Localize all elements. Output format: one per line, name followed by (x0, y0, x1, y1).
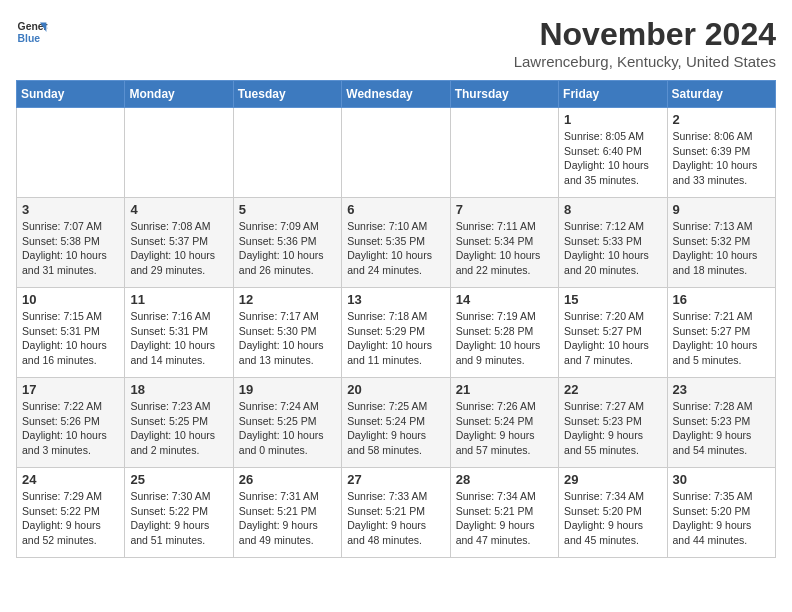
day-info: Sunrise: 7:34 AM Sunset: 5:20 PM Dayligh… (564, 489, 661, 548)
day-info: Sunrise: 7:33 AM Sunset: 5:21 PM Dayligh… (347, 489, 444, 548)
day-info: Sunrise: 7:17 AM Sunset: 5:30 PM Dayligh… (239, 309, 336, 368)
weekday-header: Sunday (17, 81, 125, 108)
weekday-header: Thursday (450, 81, 558, 108)
calendar-cell (450, 108, 558, 198)
calendar-cell: 15Sunrise: 7:20 AM Sunset: 5:27 PM Dayli… (559, 288, 667, 378)
day-info: Sunrise: 7:34 AM Sunset: 5:21 PM Dayligh… (456, 489, 553, 548)
day-number: 28 (456, 472, 553, 487)
calendar-week-row: 1Sunrise: 8:05 AM Sunset: 6:40 PM Daylig… (17, 108, 776, 198)
day-number: 12 (239, 292, 336, 307)
calendar-cell: 10Sunrise: 7:15 AM Sunset: 5:31 PM Dayli… (17, 288, 125, 378)
day-number: 10 (22, 292, 119, 307)
weekday-header-row: SundayMondayTuesdayWednesdayThursdayFrid… (17, 81, 776, 108)
day-number: 25 (130, 472, 227, 487)
day-number: 3 (22, 202, 119, 217)
day-info: Sunrise: 7:19 AM Sunset: 5:28 PM Dayligh… (456, 309, 553, 368)
day-info: Sunrise: 7:27 AM Sunset: 5:23 PM Dayligh… (564, 399, 661, 458)
day-info: Sunrise: 7:22 AM Sunset: 5:26 PM Dayligh… (22, 399, 119, 458)
day-info: Sunrise: 8:05 AM Sunset: 6:40 PM Dayligh… (564, 129, 661, 188)
calendar-cell: 29Sunrise: 7:34 AM Sunset: 5:20 PM Dayli… (559, 468, 667, 558)
day-number: 27 (347, 472, 444, 487)
calendar-cell: 24Sunrise: 7:29 AM Sunset: 5:22 PM Dayli… (17, 468, 125, 558)
month-title: November 2024 (514, 16, 776, 53)
day-number: 19 (239, 382, 336, 397)
logo-icon: General Blue (16, 16, 48, 48)
calendar-cell: 11Sunrise: 7:16 AM Sunset: 5:31 PM Dayli… (125, 288, 233, 378)
calendar-cell: 3Sunrise: 7:07 AM Sunset: 5:38 PM Daylig… (17, 198, 125, 288)
calendar-cell: 7Sunrise: 7:11 AM Sunset: 5:34 PM Daylig… (450, 198, 558, 288)
calendar-week-row: 10Sunrise: 7:15 AM Sunset: 5:31 PM Dayli… (17, 288, 776, 378)
day-info: Sunrise: 7:15 AM Sunset: 5:31 PM Dayligh… (22, 309, 119, 368)
calendar-cell: 23Sunrise: 7:28 AM Sunset: 5:23 PM Dayli… (667, 378, 775, 468)
day-info: Sunrise: 7:16 AM Sunset: 5:31 PM Dayligh… (130, 309, 227, 368)
page-header: General Blue November 2024 Lawrenceburg,… (16, 16, 776, 70)
location-subtitle: Lawrenceburg, Kentucky, United States (514, 53, 776, 70)
day-number: 17 (22, 382, 119, 397)
day-number: 24 (22, 472, 119, 487)
day-number: 14 (456, 292, 553, 307)
day-number: 23 (673, 382, 770, 397)
day-info: Sunrise: 7:10 AM Sunset: 5:35 PM Dayligh… (347, 219, 444, 278)
day-info: Sunrise: 7:21 AM Sunset: 5:27 PM Dayligh… (673, 309, 770, 368)
weekday-header: Friday (559, 81, 667, 108)
calendar-cell: 30Sunrise: 7:35 AM Sunset: 5:20 PM Dayli… (667, 468, 775, 558)
calendar-cell: 8Sunrise: 7:12 AM Sunset: 5:33 PM Daylig… (559, 198, 667, 288)
calendar-cell: 26Sunrise: 7:31 AM Sunset: 5:21 PM Dayli… (233, 468, 341, 558)
day-info: Sunrise: 7:20 AM Sunset: 5:27 PM Dayligh… (564, 309, 661, 368)
day-number: 18 (130, 382, 227, 397)
calendar-cell: 17Sunrise: 7:22 AM Sunset: 5:26 PM Dayli… (17, 378, 125, 468)
calendar-cell: 16Sunrise: 7:21 AM Sunset: 5:27 PM Dayli… (667, 288, 775, 378)
day-number: 22 (564, 382, 661, 397)
calendar-table: SundayMondayTuesdayWednesdayThursdayFrid… (16, 80, 776, 558)
day-info: Sunrise: 7:12 AM Sunset: 5:33 PM Dayligh… (564, 219, 661, 278)
day-info: Sunrise: 7:13 AM Sunset: 5:32 PM Dayligh… (673, 219, 770, 278)
calendar-cell: 5Sunrise: 7:09 AM Sunset: 5:36 PM Daylig… (233, 198, 341, 288)
day-number: 16 (673, 292, 770, 307)
calendar-cell: 9Sunrise: 7:13 AM Sunset: 5:32 PM Daylig… (667, 198, 775, 288)
calendar-cell: 6Sunrise: 7:10 AM Sunset: 5:35 PM Daylig… (342, 198, 450, 288)
calendar-cell (125, 108, 233, 198)
svg-text:Blue: Blue (18, 33, 41, 44)
day-number: 21 (456, 382, 553, 397)
day-number: 11 (130, 292, 227, 307)
day-number: 15 (564, 292, 661, 307)
calendar-cell: 13Sunrise: 7:18 AM Sunset: 5:29 PM Dayli… (342, 288, 450, 378)
day-number: 5 (239, 202, 336, 217)
day-number: 29 (564, 472, 661, 487)
day-number: 1 (564, 112, 661, 127)
day-info: Sunrise: 7:23 AM Sunset: 5:25 PM Dayligh… (130, 399, 227, 458)
calendar-cell: 25Sunrise: 7:30 AM Sunset: 5:22 PM Dayli… (125, 468, 233, 558)
day-number: 13 (347, 292, 444, 307)
weekday-header: Tuesday (233, 81, 341, 108)
calendar-cell: 2Sunrise: 8:06 AM Sunset: 6:39 PM Daylig… (667, 108, 775, 198)
calendar-cell: 22Sunrise: 7:27 AM Sunset: 5:23 PM Dayli… (559, 378, 667, 468)
day-info: Sunrise: 7:30 AM Sunset: 5:22 PM Dayligh… (130, 489, 227, 548)
weekday-header: Saturday (667, 81, 775, 108)
calendar-cell: 4Sunrise: 7:08 AM Sunset: 5:37 PM Daylig… (125, 198, 233, 288)
day-info: Sunrise: 7:18 AM Sunset: 5:29 PM Dayligh… (347, 309, 444, 368)
weekday-header: Wednesday (342, 81, 450, 108)
day-number: 8 (564, 202, 661, 217)
day-info: Sunrise: 7:09 AM Sunset: 5:36 PM Dayligh… (239, 219, 336, 278)
day-info: Sunrise: 8:06 AM Sunset: 6:39 PM Dayligh… (673, 129, 770, 188)
calendar-cell: 19Sunrise: 7:24 AM Sunset: 5:25 PM Dayli… (233, 378, 341, 468)
day-info: Sunrise: 7:31 AM Sunset: 5:21 PM Dayligh… (239, 489, 336, 548)
logo: General Blue (16, 16, 48, 48)
calendar-cell: 12Sunrise: 7:17 AM Sunset: 5:30 PM Dayli… (233, 288, 341, 378)
calendar-week-row: 3Sunrise: 7:07 AM Sunset: 5:38 PM Daylig… (17, 198, 776, 288)
day-number: 4 (130, 202, 227, 217)
day-info: Sunrise: 7:35 AM Sunset: 5:20 PM Dayligh… (673, 489, 770, 548)
day-number: 2 (673, 112, 770, 127)
day-info: Sunrise: 7:07 AM Sunset: 5:38 PM Dayligh… (22, 219, 119, 278)
day-info: Sunrise: 7:24 AM Sunset: 5:25 PM Dayligh… (239, 399, 336, 458)
calendar-cell: 20Sunrise: 7:25 AM Sunset: 5:24 PM Dayli… (342, 378, 450, 468)
day-number: 26 (239, 472, 336, 487)
calendar-week-row: 24Sunrise: 7:29 AM Sunset: 5:22 PM Dayli… (17, 468, 776, 558)
calendar-cell: 14Sunrise: 7:19 AM Sunset: 5:28 PM Dayli… (450, 288, 558, 378)
calendar-cell (342, 108, 450, 198)
calendar-cell: 21Sunrise: 7:26 AM Sunset: 5:24 PM Dayli… (450, 378, 558, 468)
day-info: Sunrise: 7:28 AM Sunset: 5:23 PM Dayligh… (673, 399, 770, 458)
day-number: 30 (673, 472, 770, 487)
calendar-cell (17, 108, 125, 198)
calendar-cell: 27Sunrise: 7:33 AM Sunset: 5:21 PM Dayli… (342, 468, 450, 558)
